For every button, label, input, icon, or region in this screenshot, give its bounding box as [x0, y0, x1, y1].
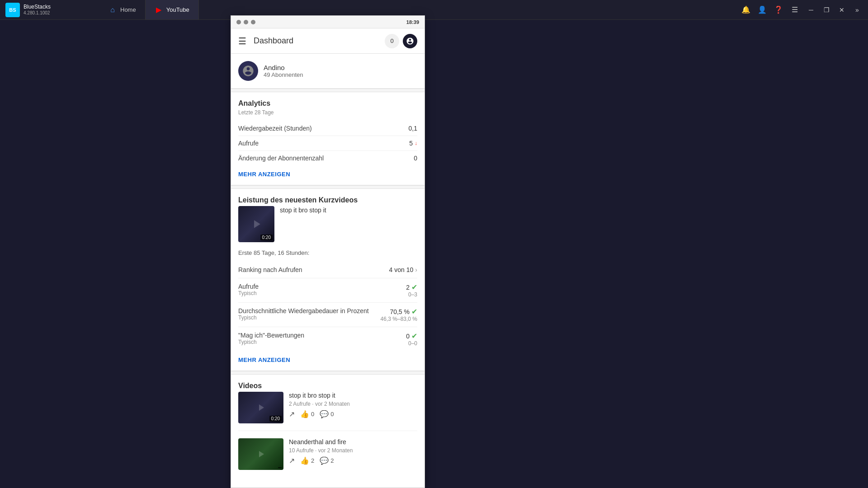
taskbar: BS BlueStacks 4.280.1.1002 ⌂ Home ▶ YouT…	[0, 0, 868, 20]
like-btn-0[interactable]: 👍 0	[300, 410, 314, 418]
check-icon-0: ✔	[411, 283, 417, 291]
brand-logo: BS	[5, 3, 20, 17]
video-title-0: stop it bro stop it	[289, 392, 417, 399]
stat-label-0: Wiedergabezeit (Stunden)	[238, 125, 312, 132]
stat-row-2: Änderung der Abonnentenzahl 0	[238, 151, 417, 165]
like-btn-1[interactable]: 👍 2	[300, 456, 314, 465]
kurz-subtitle: Erste 85 Tage, 16 Stunden:	[238, 249, 417, 256]
comment-count-0: 0	[330, 411, 334, 418]
videos-title: Videos	[238, 382, 417, 390]
stat-row-1: Aufrufe 5 ↓	[238, 136, 417, 151]
video-duration-0: 0:20	[269, 416, 282, 422]
taskbar-tabs: ⌂ Home ▶ YouTube	[99, 0, 199, 19]
metric-value-2: 0 ✔	[406, 332, 417, 340]
share-icon-0: ↗	[289, 410, 295, 418]
tab-youtube-label: YouTube	[166, 6, 189, 13]
header-actions: 0	[385, 34, 417, 48]
comment-btn-0[interactable]: 💬 0	[320, 410, 334, 418]
video-info-1: Neanderthal and fire 10 Aufrufe · vor 2 …	[289, 438, 417, 465]
kurz-video-preview: 0:20 stop it bro stop it	[238, 206, 417, 242]
mobile-frame: 18:39 ☰ Dashboard 0 Andino 49 Abonne	[231, 15, 425, 488]
video-actions-0: ↗ 👍 0 💬 0	[289, 410, 417, 418]
video-thumb-1[interactable]	[238, 438, 283, 470]
video-title-1: Neanderthal and fire	[289, 438, 417, 446]
video-thumb-0[interactable]: 0:20	[238, 392, 283, 423]
thumbup-icon-1: 👍	[300, 456, 309, 465]
profile-name: Andino	[264, 64, 303, 71]
video-duration-1	[278, 467, 282, 468]
comment-count-1: 2	[330, 457, 334, 464]
comment-btn-1[interactable]: 💬 2	[320, 456, 334, 465]
stat-value-1: 5 ↓	[409, 140, 417, 147]
like-count-1: 2	[311, 457, 314, 464]
menu-icon[interactable]: ☰	[238, 36, 246, 47]
metric-label-0: Aufrufe Typisch	[238, 283, 259, 296]
metric-value-0: 2 ✔	[406, 283, 417, 291]
ranking-arrow-icon: ›	[415, 266, 417, 273]
kurz-title: Leistung des neuesten Kurzvideos	[238, 196, 417, 204]
comment-icon-0: 💬	[320, 410, 329, 418]
profile-info: Andino 49 Abonnenten	[264, 64, 303, 78]
brand-name: BlueStacks	[24, 4, 51, 10]
video-info-0: stop it bro stop it 2 Aufrufe · vor 2 Mo…	[289, 392, 417, 418]
home-icon: ⌂	[108, 6, 117, 14]
youtube-icon: ▶	[155, 6, 163, 14]
content-area[interactable]: Andino 49 Abonnenten Analytics Letzte 28…	[231, 54, 425, 488]
metric-range-2: 0–0	[406, 340, 417, 347]
status-dot-3	[251, 20, 255, 24]
like-count-0: 0	[311, 411, 314, 418]
video-actions-1: ↗ 👍 2 💬 2	[289, 456, 417, 465]
window-controls: ─ ❐ ✕ »	[804, 3, 864, 17]
tab-home[interactable]: ⌂ Home	[99, 0, 146, 19]
kurz-video-title: stop it bro stop it	[280, 206, 326, 215]
more-btn[interactable]: »	[850, 3, 864, 17]
tab-youtube[interactable]: ▶ YouTube	[146, 0, 199, 19]
stat-label-2: Änderung der Abonnentenzahl	[238, 155, 324, 162]
app-header: ☰ Dashboard 0	[231, 28, 425, 54]
divider-1	[231, 89, 425, 92]
ranking-row[interactable]: Ranking nach Aufrufen 4 von 10 ›	[238, 262, 417, 278]
brand-version: 4.280.1.1002	[24, 10, 51, 16]
video-meta-1: 10 Aufrufe · vor 2 Monaten	[289, 447, 417, 454]
video-meta-0: 2 Aufrufe · vor 2 Monaten	[289, 401, 417, 407]
analytics-mehr-anzeigen[interactable]: MEHR ANZEIGEN	[238, 171, 417, 178]
restore-btn[interactable]: ❐	[819, 3, 834, 17]
profile-section: Andino 49 Abonnenten	[231, 54, 425, 89]
close-btn[interactable]: ✕	[835, 3, 849, 17]
kurz-section: Leistung des neuesten Kurzvideos 0:20 st…	[231, 189, 425, 371]
metric-label-1: Durchschnittliche Wiedergabedauer in Pro…	[238, 307, 369, 321]
status-dot-1	[236, 20, 241, 24]
stat-value-2: 0	[414, 155, 417, 162]
check-icon-2: ✔	[411, 332, 417, 340]
analytics-section: Analytics Letzte 28 Tage Wiedergabezeit …	[231, 92, 425, 185]
profile-subscribers: 49 Abonnenten	[264, 71, 303, 78]
metric-row-0: Aufrufe Typisch 2 ✔ 0–3	[238, 278, 417, 303]
ranking-value: 4 von 10 ›	[389, 266, 417, 273]
brand-text: BlueStacks 4.280.1.1002	[24, 4, 51, 15]
account-btn[interactable]: 👤	[755, 3, 769, 17]
user-avatar-btn[interactable]	[403, 34, 417, 48]
metric-label-2: "Mag ich"-Bewertungen Typisch	[238, 332, 304, 345]
help-btn[interactable]: ❓	[771, 3, 786, 17]
page-title: Dashboard	[254, 36, 377, 46]
metric-range-0: 0–3	[406, 291, 417, 298]
minimize-btn[interactable]: ─	[804, 3, 818, 17]
kurz-video-thumb[interactable]: 0:20	[238, 206, 274, 242]
video-list-item-1: Neanderthal and fire 10 Aufrufe · vor 2 …	[238, 438, 417, 477]
comment-icon-1: 💬	[320, 456, 329, 465]
analytics-subtitle: Letzte 28 Tage	[238, 109, 417, 116]
notification-badge[interactable]: 0	[385, 34, 399, 48]
videos-section: Videos 0:20 stop it bro stop it 2 Aufruf…	[231, 375, 425, 488]
share-btn-0[interactable]: ↗	[289, 410, 295, 418]
stat-label-1: Aufrufe	[238, 140, 259, 147]
analytics-title: Analytics	[238, 99, 417, 108]
share-icon-1: ↗	[289, 456, 295, 465]
status-dot-2	[244, 20, 248, 24]
avatar	[238, 61, 258, 81]
kurz-mehr-anzeigen[interactable]: MEHR ANZEIGEN	[238, 357, 417, 363]
settings-btn[interactable]: ☰	[788, 3, 802, 17]
notification-btn[interactable]: 🔔	[739, 3, 753, 17]
taskbar-right: 🔔 👤 ❓ ☰ ─ ❐ ✕ »	[739, 3, 868, 17]
share-btn-1[interactable]: ↗	[289, 456, 295, 465]
metric-right-2: 0 ✔ 0–0	[406, 332, 417, 347]
